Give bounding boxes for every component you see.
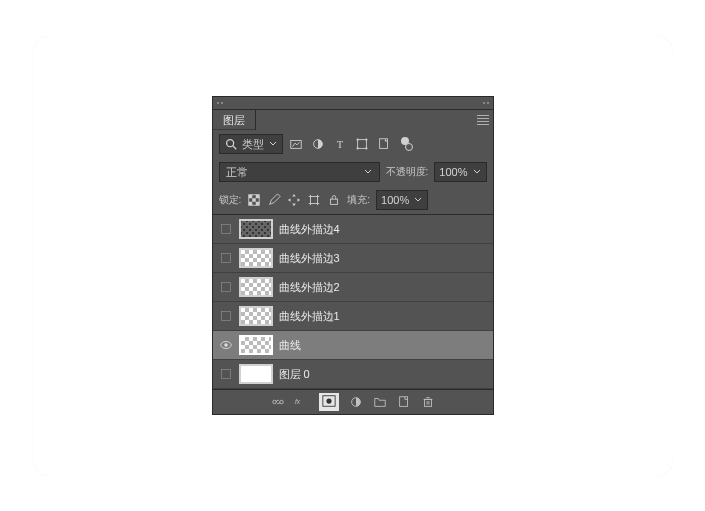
panel-tabbar: 图层	[213, 110, 493, 130]
svg-rect-40	[399, 397, 407, 407]
filter-adjust-icon[interactable]	[311, 137, 325, 151]
fill-field[interactable]: 100%	[376, 190, 428, 210]
svg-rect-5	[357, 140, 366, 149]
layer-name[interactable]: 图层 0	[279, 367, 310, 382]
layer-thumbnail[interactable]	[239, 277, 273, 297]
svg-rect-16	[256, 202, 260, 206]
svg-line-1	[232, 146, 236, 150]
svg-rect-26	[331, 199, 338, 204]
filter-toggle-icon[interactable]	[399, 137, 413, 151]
lock-brush-icon[interactable]	[267, 193, 281, 207]
filter-text-icon[interactable]: T	[333, 137, 347, 151]
svg-rect-10	[379, 139, 387, 149]
lock-transparency-icon[interactable]	[247, 193, 261, 207]
layer-name[interactable]: 曲线	[279, 338, 301, 353]
chevron-down-icon	[472, 168, 482, 176]
layer-thumbnail[interactable]	[239, 335, 273, 355]
svg-point-9	[365, 147, 367, 149]
visibility-toggle[interactable]	[219, 222, 233, 236]
visibility-toggle[interactable]	[219, 338, 233, 352]
visibility-toggle[interactable]	[219, 251, 233, 265]
filter-shape-icon[interactable]	[355, 137, 369, 151]
filter-row: 类型 T	[213, 130, 493, 158]
layer-row[interactable]: 曲线外描边2	[213, 273, 493, 302]
layer-row[interactable]: 图层 0	[213, 360, 493, 389]
filter-type-buttons: T	[289, 137, 413, 151]
layer-row[interactable]: 曲线外描边1	[213, 302, 493, 331]
layers-list: 曲线外描边4曲线外描边3曲线外描边2曲线外描边1曲线图层 0	[213, 214, 493, 389]
chevron-down-icon	[413, 196, 423, 204]
search-icon	[224, 137, 238, 151]
blend-mode-value: 正常	[226, 165, 248, 180]
new-layer-icon[interactable]	[397, 395, 411, 409]
lock-all-icon[interactable]	[327, 193, 341, 207]
opacity-value: 100%	[439, 166, 467, 178]
lock-artboard-icon[interactable]	[307, 193, 321, 207]
layer-thumbnail[interactable]	[239, 306, 273, 326]
link-layers-icon[interactable]	[271, 395, 285, 409]
layer-name[interactable]: 曲线外描边4	[279, 222, 340, 237]
blend-row: 正常 不透明度: 100%	[213, 158, 493, 186]
fill-label: 填充:	[347, 193, 370, 207]
svg-rect-13	[256, 195, 260, 199]
visibility-toggle[interactable]	[219, 280, 233, 294]
visibility-toggle[interactable]	[219, 309, 233, 323]
drag-dots-left-icon[interactable]	[217, 102, 223, 104]
svg-rect-29	[221, 283, 230, 292]
layer-thumbnail[interactable]	[239, 364, 273, 384]
layer-row[interactable]: 曲线	[213, 331, 493, 360]
svg-text:T: T	[336, 139, 343, 150]
visibility-toggle[interactable]	[219, 367, 233, 381]
svg-rect-28	[221, 254, 230, 263]
fx-icon[interactable]: fx	[295, 395, 309, 409]
svg-rect-14	[253, 198, 257, 202]
svg-rect-27	[221, 225, 230, 234]
svg-rect-30	[221, 312, 230, 321]
layer-thumbnail[interactable]	[239, 248, 273, 268]
svg-rect-12	[249, 195, 253, 199]
panel-menu-icon[interactable]	[473, 110, 493, 130]
svg-rect-35	[279, 400, 283, 404]
svg-rect-41	[424, 399, 431, 406]
filter-pixel-icon[interactable]	[289, 137, 303, 151]
svg-point-32	[224, 343, 228, 347]
lock-label: 锁定:	[219, 193, 242, 207]
svg-rect-33	[221, 370, 230, 379]
svg-point-6	[356, 139, 358, 141]
fill-value: 100%	[381, 194, 409, 206]
add-mask-icon[interactable]	[319, 393, 339, 411]
layer-name[interactable]: 曲线外描边2	[279, 280, 340, 295]
blend-mode-select[interactable]: 正常	[219, 162, 380, 182]
adjustment-layer-icon[interactable]	[349, 395, 363, 409]
svg-point-0	[226, 140, 233, 147]
filter-smart-icon[interactable]	[377, 137, 391, 151]
layers-panel: 图层 类型 T 正常 不透明度: 100%	[212, 96, 494, 415]
svg-rect-15	[249, 202, 253, 206]
svg-text:fx: fx	[295, 398, 301, 405]
tab-layers[interactable]: 图层	[213, 110, 256, 130]
new-group-icon[interactable]	[373, 395, 387, 409]
svg-point-7	[365, 139, 367, 141]
layer-thumbnail[interactable]	[239, 219, 273, 239]
svg-point-8	[356, 147, 358, 149]
panel-bottom-bar: fx	[213, 389, 493, 414]
svg-rect-34	[272, 400, 276, 404]
drag-dots-right-icon[interactable]	[483, 102, 489, 104]
chevron-down-icon	[363, 168, 373, 176]
filter-kind-select[interactable]: 类型	[219, 134, 283, 154]
filter-kind-label: 类型	[242, 137, 264, 152]
delete-layer-icon[interactable]	[421, 395, 435, 409]
chevron-down-icon	[268, 140, 278, 148]
opacity-field[interactable]: 100%	[434, 162, 486, 182]
lock-position-icon[interactable]	[287, 193, 301, 207]
layer-name[interactable]: 曲线外描边3	[279, 251, 340, 266]
layer-name[interactable]: 曲线外描边1	[279, 309, 340, 324]
svg-rect-17	[311, 197, 318, 204]
panel-titlebar	[213, 97, 493, 110]
svg-point-38	[326, 398, 331, 403]
layer-row[interactable]: 曲线外描边4	[213, 215, 493, 244]
opacity-label: 不透明度:	[386, 165, 429, 179]
lock-row: 锁定: 填充: 100%	[213, 186, 493, 214]
layer-row[interactable]: 曲线外描边3	[213, 244, 493, 273]
